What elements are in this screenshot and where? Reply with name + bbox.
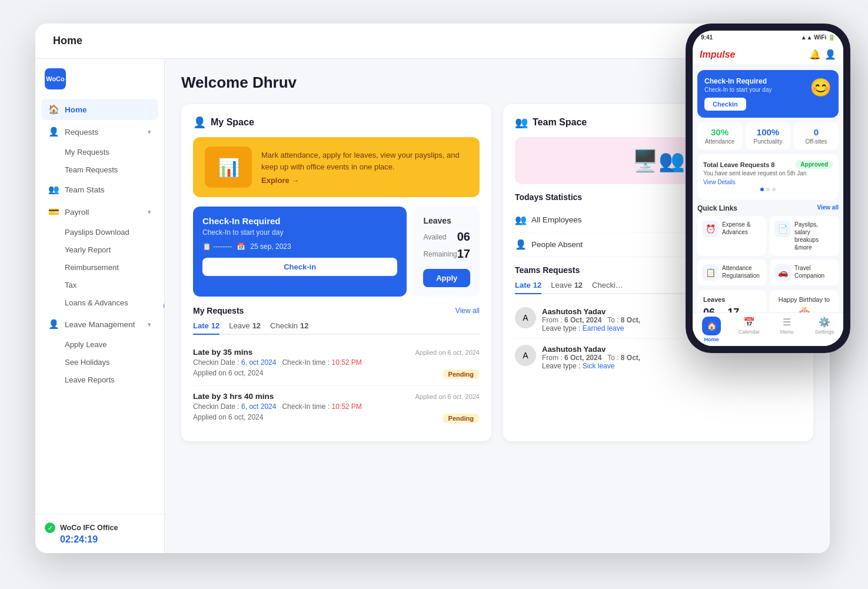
requests-icon: 👤 (48, 127, 59, 137)
request-item: Late by 35 mins Applied on 6 oct, 2024 C… (193, 342, 480, 386)
my-requests-section: My Requests View all Late 12 Leave 12 (193, 306, 480, 430)
explore-link[interactable]: Explore → (261, 176, 468, 185)
phone-nav-home[interactable]: 🏠 Home (693, 317, 730, 342)
phone-nav-calendar[interactable]: 📅 Calendar (730, 317, 768, 342)
checkin-section: Check-In Required Check-In to start your… (193, 207, 480, 297)
ql-payslips[interactable]: 📄 Payslips, salary breakups &more (770, 216, 839, 256)
phone-nav-settings[interactable]: ⚙️ Settings (806, 317, 843, 342)
payslips-icon: 📄 (774, 221, 791, 237)
status-badge: Pending (443, 414, 480, 423)
sidebar-subitem-my-requests[interactable]: My Requests (41, 144, 158, 161)
sidebar-item-payroll[interactable]: 💳 Payroll ▾ (41, 201, 158, 222)
phone-notification-icon[interactable]: 🔔 (809, 49, 821, 60)
request-applied-sub: Applied on 6 oct, 2024 (193, 413, 263, 421)
ql-attendance[interactable]: 📋 Attendance Regularisation (697, 259, 766, 285)
phone-leaves-remaining: 17 Remaining (727, 307, 753, 312)
people-absent-label-group: 👤 People Absent (515, 239, 583, 250)
remaining-num: 17 (727, 307, 753, 312)
avatar: A (515, 307, 536, 328)
team-req-type: Leave type : Sick leave (542, 362, 802, 370)
checkin-title: Check-In Required (202, 216, 397, 226)
chevron-down-icon: ▾ (148, 321, 151, 328)
tab-team-late[interactable]: Late 12 (515, 281, 541, 294)
dot-1 (760, 188, 764, 191)
banner-text: Mark attendance, apply for leaves, view … (261, 149, 468, 185)
menu-nav-icon: ☰ (783, 317, 791, 328)
checkin-date: 25 sep, 2023 (250, 242, 291, 251)
punctuality-value: 100% (750, 127, 786, 137)
offsites-value: 0 (799, 127, 834, 137)
phone-leaves-title: Leaves (703, 296, 760, 303)
sidebar-leave-mgmt-label: Leave Management (65, 320, 142, 329)
sidebar-home-label: Home (65, 105, 151, 114)
phone-bottom-nav: 🏠 Home 📅 Calendar ☰ Menu ⚙️ Settings (693, 312, 843, 346)
ql-expense[interactable]: ⏰ Expense & Advances (697, 216, 766, 256)
settings-nav-label: Settings (815, 329, 834, 335)
phone-nav-menu[interactable]: ☰ Menu (768, 317, 806, 342)
sidebar-subitem-loans[interactable]: Loans & Advances (41, 294, 158, 311)
sidebar-bottom: ✓ WoCo IFC Office 02:24:19 (35, 514, 164, 553)
phone-user-icon[interactable]: 👤 (824, 49, 836, 60)
sidebar-subitem-apply-leave[interactable]: Apply Leave (41, 336, 158, 353)
office-time: 02:24:19 (45, 534, 155, 545)
tab-team-checkin[interactable]: Checki… (592, 281, 623, 293)
header-title: Home (53, 35, 735, 47)
phone-icons: ▲▲ WiFi 🔋 (801, 34, 835, 41)
my-space-icon: 👤 (193, 116, 206, 129)
phone-leaves-nums: 06 Availed 17 Remaining (703, 307, 760, 312)
sidebar-subitem-team-requests[interactable]: Team Requests (41, 161, 158, 178)
sidebar-subitem-reimbursement[interactable]: Reimbursement (41, 259, 158, 276)
payroll-icon: 💳 (48, 207, 59, 217)
ql-attendance-label: Attendance Regularisation (722, 264, 761, 279)
checkin-calendar-icon: 📅 (237, 242, 245, 251)
phone-leaves-card: Leaves 06 Availed 17 Remaining Apply (697, 290, 766, 312)
sidebar-team-stats-label: Team Stats (65, 185, 151, 194)
sidebar-item-requests[interactable]: 👤 Requests ▾ (41, 121, 158, 142)
banner-description: Mark attendance, apply for leaves, view … (261, 149, 468, 172)
dot-3 (772, 188, 776, 191)
sidebar-subitem-payslips[interactable]: Payslips Download (41, 224, 158, 241)
phone-mockup: 9:41 ▲▲ WiFi 🔋 Impulse 🔔 👤 Check-In Requ… (686, 24, 850, 353)
tab-late[interactable]: Late 12 (193, 321, 220, 335)
request-applied-sub: Applied on 6 oct, 2024 (193, 369, 263, 377)
phone-checkin-card: Check-In Required Check-In to start your… (697, 70, 839, 118)
sidebar-nav: 🏠 Home 👤 Requests ▾ My Requests Team Req… (35, 99, 164, 388)
phone-checkin-button[interactable]: Checkin (704, 98, 746, 111)
request-item: Late by 3 hrs 40 mins Applied on 6 oct, … (193, 386, 480, 430)
punctuality-label: Punctuality (750, 138, 786, 145)
view-all-link[interactable]: View all (455, 307, 480, 315)
checkin-button[interactable]: Check-in (202, 258, 397, 276)
bday-icon: 🎂 (776, 305, 833, 312)
leaves-info: Leaves Availed 06 Remaining 17 Apply (414, 207, 480, 297)
sidebar-item-home[interactable]: 🏠 Home (41, 99, 158, 120)
calendar-nav-icon: 📅 (743, 317, 755, 328)
my-space-title: 👤 My Space (193, 116, 480, 129)
chevron-down-icon: ▾ (148, 208, 151, 216)
my-requests-header: My Requests View all (193, 306, 480, 315)
sidebar-item-leave-management[interactable]: 👤 Leave Management ▾ (41, 314, 158, 335)
my-space-banner: 📊 Mark attendance, apply for leaves, vie… (193, 137, 480, 197)
sidebar-subitem-yearly-report[interactable]: Yearly Report (41, 241, 158, 258)
view-details-link[interactable]: View Details (703, 179, 833, 185)
all-employees-label-group: 👥 All Employees (515, 214, 582, 225)
phone-time: 9:41 (701, 34, 713, 41)
tab-checkin[interactable]: Checkin 12 (270, 321, 308, 334)
apply-leave-button[interactable]: Apply (423, 269, 470, 287)
requests-tabs-row: Late 12 Leave 12 Checkin 12 (193, 321, 480, 335)
phone-leave-sub: You have sent leave request on 5th Jan (703, 170, 833, 177)
sidebar-subitem-tax[interactable]: Tax (41, 277, 158, 294)
welcome-title: Welcome Dhruv (181, 74, 297, 92)
request-meta: Checkin Date : 6, oct 2024 Check-In time… (193, 402, 480, 411)
avatar: A (515, 345, 536, 366)
sidebar-subitem-leave-reports[interactable]: Leave Reports (41, 371, 158, 388)
tab-leave[interactable]: Leave 12 (229, 321, 261, 334)
ql-travel[interactable]: 🚗 Travel Companion (770, 259, 839, 285)
quick-links-view-all[interactable]: View all (817, 204, 839, 212)
checkin-dashes: 📋 -------- (202, 242, 232, 251)
people-absent-label: People Absent (531, 240, 583, 249)
request-item-header: Late by 3 hrs 40 mins Applied on 6 oct, … (193, 392, 480, 401)
sidebar-subitem-see-holidays[interactable]: See Holidays (41, 354, 158, 371)
tab-team-leave[interactable]: Leave 12 (551, 281, 583, 293)
leaves-birthday-row: Leaves 06 Availed 17 Remaining Apply (697, 290, 839, 312)
sidebar-item-team-stats[interactable]: 👥 Team Stats (41, 179, 158, 200)
